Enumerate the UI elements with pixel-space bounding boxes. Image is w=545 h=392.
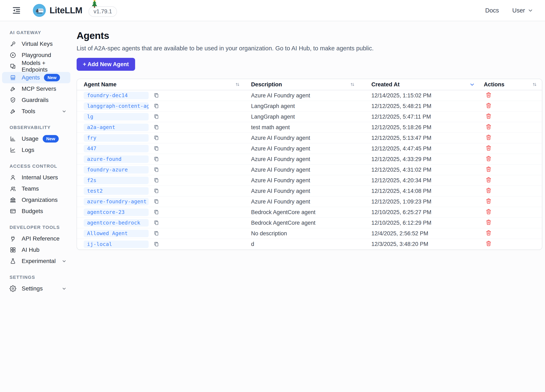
agent-name-link[interactable]: langgraph-content-agent xyxy=(84,102,149,110)
sidebar-item-models-endpoints[interactable]: Models + Endpoints xyxy=(2,61,70,72)
agent-name-link[interactable]: 447 xyxy=(84,145,149,152)
credit-card-icon xyxy=(10,208,16,214)
robot-icon xyxy=(10,74,16,81)
copy-icon[interactable] xyxy=(154,188,160,194)
sidebar-item-logs[interactable]: Logs xyxy=(2,144,70,156)
agent-name-link[interactable]: foundry-azure xyxy=(84,166,149,173)
delete-agent-button[interactable] xyxy=(485,166,492,172)
sidebar-item-label: Virtual Keys xyxy=(22,41,53,47)
agent-name-link[interactable]: azure-found xyxy=(84,155,149,163)
agent-name-link[interactable]: azure-foundry-agent xyxy=(84,198,149,205)
delete-agent-button[interactable] xyxy=(485,113,492,119)
agent-name-link[interactable]: agentcore-23 xyxy=(84,208,149,216)
column-header-created-at[interactable]: Created At xyxy=(371,81,484,88)
agent-name-link[interactable]: test2 xyxy=(84,187,149,195)
add-new-agent-button[interactable]: + Add New Agent xyxy=(77,58,135,71)
column-header-agent-name[interactable]: Agent Name xyxy=(77,81,251,88)
table-body: foundry-dec14 Azure AI Foundry agent 12/… xyxy=(77,90,542,250)
table-row: langgraph-content-agent LangGraph agent … xyxy=(77,101,542,111)
copy-icon[interactable] xyxy=(154,209,160,215)
delete-agent-button[interactable] xyxy=(485,177,492,183)
sidebar-item-label: Teams xyxy=(22,185,39,192)
delete-agent-button[interactable] xyxy=(485,219,492,225)
delete-agent-button[interactable] xyxy=(485,187,492,194)
shield-check-icon xyxy=(10,97,16,104)
agent-name-link[interactable]: Allowed Agent xyxy=(84,230,149,237)
bank-icon xyxy=(10,197,16,203)
agent-name-link[interactable]: ij-local xyxy=(84,240,149,248)
tools-icon xyxy=(10,108,16,115)
table-row: agentcore-bedrock Bedrock AgentCore agen… xyxy=(77,218,542,228)
agent-name-link[interactable]: foundry-dec14 xyxy=(84,92,149,99)
copy-icon[interactable] xyxy=(154,156,160,162)
table-row: test2 Azure AI Foundry agent 12/12/2025,… xyxy=(77,186,542,196)
sidebar-collapse-icon[interactable] xyxy=(12,6,21,15)
copy-icon[interactable] xyxy=(154,231,160,236)
agent-name-link[interactable]: fry xyxy=(84,134,149,142)
sidebar-item-api-reference[interactable]: API Reference xyxy=(2,233,70,244)
agent-name-link[interactable]: f2s xyxy=(84,177,149,184)
user-icon xyxy=(10,174,16,181)
copy-icon[interactable] xyxy=(154,135,160,141)
sidebar-item-usage[interactable]: Usage New xyxy=(2,133,70,144)
delete-agent-button[interactable] xyxy=(485,124,492,130)
delete-agent-button[interactable] xyxy=(485,92,492,98)
agent-name-link[interactable]: a2a-agent xyxy=(84,124,149,131)
sidebar-item-label: API Reference xyxy=(22,235,60,242)
copy-icon[interactable] xyxy=(154,92,160,98)
delete-agent-button[interactable] xyxy=(485,102,492,109)
delete-agent-button[interactable] xyxy=(485,208,492,215)
sidebar-item-ai-hub[interactable]: AI Hub xyxy=(2,244,70,256)
column-header-description[interactable]: Description xyxy=(251,81,371,88)
grid-icon xyxy=(10,246,16,253)
delete-agent-button[interactable] xyxy=(485,145,492,151)
copy-icon[interactable] xyxy=(154,103,160,109)
sidebar-item-budgets[interactable]: Budgets xyxy=(2,206,70,217)
agent-created-at: 12/12/2025, 4:31:02 PM xyxy=(371,167,484,173)
flask-icon xyxy=(10,258,16,264)
sidebar-item-teams[interactable]: Teams xyxy=(2,183,70,194)
copy-icon[interactable] xyxy=(154,124,160,130)
copy-icon[interactable] xyxy=(154,167,160,173)
gear-icon xyxy=(10,285,16,292)
docs-link[interactable]: Docs xyxy=(485,7,499,14)
agent-description: No description xyxy=(251,230,371,237)
sidebar-item-mcp-servers[interactable]: MCP Servers xyxy=(2,83,70,94)
user-menu[interactable]: User xyxy=(512,7,533,14)
sidebar-item-experimental[interactable]: Experimental xyxy=(2,256,70,267)
table-header-row: Agent Name Description Created At Action… xyxy=(77,79,542,90)
sidebar-item-label: Tools xyxy=(22,108,35,115)
delete-agent-button[interactable] xyxy=(485,230,492,236)
copy-icon[interactable] xyxy=(154,146,160,152)
copy-icon[interactable] xyxy=(154,220,160,226)
delete-agent-button[interactable] xyxy=(485,134,492,141)
copy-icon[interactable] xyxy=(154,199,160,205)
agent-name-link[interactable]: agentcore-bedrock xyxy=(84,219,149,227)
delete-agent-button[interactable] xyxy=(485,155,492,162)
agent-description: Bedrock AgentCore agent xyxy=(251,220,371,226)
agent-name-link[interactable]: lg xyxy=(84,113,149,121)
sidebar-item-playground[interactable]: Playground xyxy=(2,49,70,61)
sidebar-item-virtual-keys[interactable]: Virtual Keys xyxy=(2,38,70,49)
copy-icon[interactable] xyxy=(154,241,160,247)
sidebar-item-internal-users[interactable]: Internal Users xyxy=(2,172,70,183)
sidebar-item-organizations[interactable]: Organizations xyxy=(2,194,70,206)
sidebar-item-agents[interactable]: Agents New xyxy=(2,72,70,83)
column-header-actions[interactable]: Actions xyxy=(484,81,542,88)
agent-description: Azure AI Foundry agent xyxy=(251,188,371,194)
page-title: Agents xyxy=(77,30,545,41)
table-row: a2a-agent test math agent 12/12/2025, 5:… xyxy=(77,122,542,133)
section-label-developer-tools: Developer Tools xyxy=(10,225,70,230)
sidebar-item-label: Logs xyxy=(22,147,34,153)
agent-created-at: 12/10/2025, 6:12:29 PM xyxy=(371,220,484,226)
copy-icon[interactable] xyxy=(154,178,160,183)
bar-chart-icon xyxy=(10,135,16,142)
delete-agent-button[interactable] xyxy=(485,240,492,246)
agent-description: Azure AI Foundry agent xyxy=(251,156,371,163)
sidebar-item-settings[interactable]: Settings xyxy=(2,283,70,294)
copy-icon[interactable] xyxy=(154,114,160,120)
sidebar-item-guardrails[interactable]: Guardrails xyxy=(2,94,70,106)
sidebar-item-tools[interactable]: Tools xyxy=(2,106,70,117)
agent-created-at: 12/3/2025, 3:48:20 PM xyxy=(371,241,484,247)
delete-agent-button[interactable] xyxy=(485,198,492,204)
